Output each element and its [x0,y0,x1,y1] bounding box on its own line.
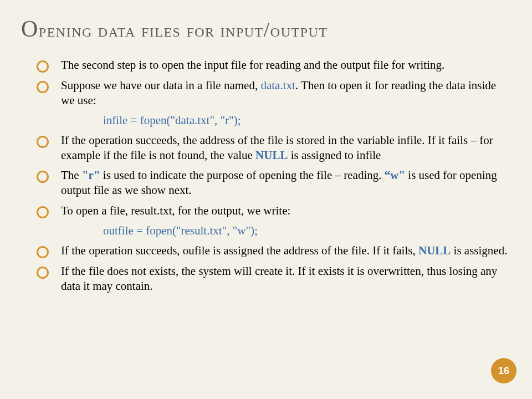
bullet-item: If the operation succeeds, oufile is ass… [37,243,511,258]
page-number-badge: 16 [491,358,516,383]
bullet-item: The second step is to open the input fil… [37,58,511,73]
bullet-item: If the file does not exists, the system … [37,264,511,294]
code-line: infile = fopen("data.txt", "r"); [103,114,511,127]
bullet-item: If the operation succeeds, the address o… [37,133,511,163]
bullet-item: The "r" is used to indicate the purpose … [37,168,511,198]
slide-title: Opening data files for input/output [21,16,511,42]
bullet-list: The second step is to open the input fil… [37,58,511,294]
bullet-item: To open a file, result.txt, for the outp… [37,203,511,218]
code-line: outfile = fopen("result.txt", "w"); [103,224,511,238]
slide: Opening data files for input/output The … [0,0,532,310]
bullet-item: Suppose we have our data in a file named… [37,78,511,108]
